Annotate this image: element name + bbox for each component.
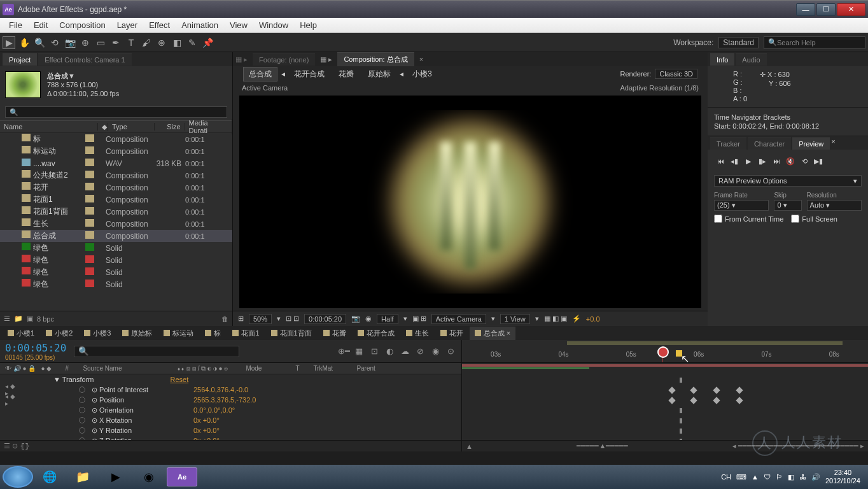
minimize-button[interactable]: — [796,3,815,16]
pen-tool[interactable]: ✒ [109,36,122,49]
menu-edit[interactable]: Edit [29,19,53,31]
prev-frame-button[interactable]: ◂▮ [729,156,739,166]
ram-preview-button[interactable]: ▶▮ [813,156,823,166]
tray-app-icon[interactable]: ◧ [788,473,794,481]
character-tab[interactable]: Character [748,138,791,150]
camera-dropdown[interactable]: Active Camera [431,314,486,324]
timeline-tab[interactable]: 原始标 [117,327,157,340]
taskbar-clock[interactable]: 23:402012/10/24 [825,469,860,485]
taskbar-explorer-icon[interactable]: 📁 [67,467,98,486]
tray-keyboard-icon[interactable]: ⌨ [736,473,746,481]
tray-flag-icon[interactable]: 🏳 [776,473,783,481]
motion-blur-icon[interactable]: ◐ [384,346,395,357]
transform-property-row[interactable]: ⊙ X Rotation 0x +0.0° [0,415,461,425]
preview-canvas[interactable] [239,96,701,308]
tray-network-icon[interactable]: 🖧 [799,473,806,481]
timeline-tab[interactable]: 小楼2 [41,327,78,340]
project-row[interactable]: 公共频道2 Composition 0:00:1 [0,169,232,181]
timeline-tab[interactable]: 标 [200,327,226,340]
menu-view[interactable]: View [225,19,253,31]
timeline-search-input[interactable] [74,346,239,357]
graph-icon[interactable]: ⊘ [414,346,426,357]
full-screen-checkbox[interactable]: Full Screen [791,215,837,223]
timeline-tab[interactable]: 小楼1 [3,327,39,340]
project-row[interactable]: 标运动 Composition 0:00:1 [0,145,232,157]
first-frame-button[interactable]: ⏮ [715,156,725,166]
breadcrumb-item[interactable]: 总合成 [243,67,277,82]
info-tab[interactable]: Info [710,53,734,66]
project-row[interactable]: 花面1背面 Composition 0:00:1 [0,206,232,218]
taskbar-ie-icon[interactable]: 🌐 [34,467,65,486]
ime-indicator[interactable]: CH [721,473,731,481]
play-button[interactable]: ▶ [743,156,753,166]
menu-animation[interactable]: Animation [176,19,223,31]
shy-icon[interactable]: ⊙ [445,346,456,357]
mask-tool[interactable]: ▭ [94,36,107,49]
last-frame-button[interactable]: ⏭ [771,156,781,166]
time-display[interactable]: 0:00:05:20 [304,314,346,324]
keyframe-tracks[interactable] [462,364,868,441]
taskbar-app-icon[interactable]: ◉ [134,467,164,486]
zoom-tool[interactable]: 🔍 [33,36,46,49]
selection-tool[interactable]: ▶ [3,36,15,49]
framerate-dropdown[interactable]: (25) ▾ [714,200,769,211]
camera-tool[interactable]: 📷 [64,36,76,49]
draft3d-icon[interactable]: ▦ [353,346,365,357]
transform-property-row[interactable]: ⊙ Orientation 0.0°,0.0°,0.0° [0,405,461,415]
menu-help[interactable]: Help [295,19,322,31]
project-search-input[interactable] [5,106,227,118]
rotate-tool[interactable]: ⟲ [48,36,61,49]
transform-property-row[interactable]: ◂ ◆ ▸ ⊙ Position 2565.3,376.5,-732.0 [0,395,461,405]
zoom-slider[interactable]: ━━━━━▲━━━━━ [577,442,628,450]
transform-property-row[interactable]: ◂ ◆ ▸ ⊙ Point of Interest 2564.0,376.4,-… [0,385,461,395]
new-comp-icon[interactable]: ▣ [27,315,33,323]
next-frame-button[interactable]: ▮▸ [757,156,767,166]
audio-tab[interactable]: Audio [736,53,766,66]
folder-icon[interactable]: 📁 [14,315,23,323]
breadcrumb-item[interactable]: 花瓣 [333,67,359,81]
clone-tool[interactable]: ⊛ [155,36,168,49]
project-row[interactable]: 绿色 Solid [0,266,232,278]
timeline-tab[interactable]: 生长 [401,327,434,340]
res-toggle-icon[interactable]: ⊡ ⊡ [286,315,299,323]
preview-tab[interactable]: Preview [792,138,830,150]
roto-tool[interactable]: ✎ [186,36,199,49]
taskbar-ae-icon[interactable]: Ae [167,467,197,486]
project-row[interactable]: 生长 Composition 0:00:1 [0,218,232,230]
transform-property-row[interactable]: ⊙ Z Rotation 0x +0.0° [0,436,461,440]
channel-icon[interactable]: ◉ [365,315,372,323]
interpret-icon[interactable]: ☰ [4,315,10,323]
auto-kf-icon[interactable]: ◉ [430,346,441,357]
project-row[interactable]: 绿色 Solid [0,242,232,254]
timeline-tab[interactable]: 花面1 [227,327,264,340]
timeline-tab[interactable]: 花开合成 [353,327,400,340]
zoom-dropdown[interactable]: 50% [249,314,272,324]
timeline-tab[interactable]: 花瓣 [318,327,351,340]
project-list[interactable]: 标 Composition 0:00:1标运动 Composition 0:00… [0,133,232,311]
brush-tool[interactable]: 🖌 [140,36,153,49]
effect-controls-tab[interactable]: Effect Controls: Camera 1 [38,53,131,66]
loop-button[interactable]: ⟲ [799,156,809,166]
grid-icon[interactable]: ⊞ [238,315,244,323]
breadcrumb-item[interactable]: 花开合成 [289,67,330,81]
bpc-button[interactable]: 8 bpc [37,315,54,323]
frame-blend-icon[interactable]: ⊡ [368,346,380,357]
menu-window[interactable]: Window [254,19,293,31]
region-icon[interactable]: ▣ ⊞ [412,315,426,323]
snapshot-icon[interactable]: 📷 [351,315,360,323]
project-row[interactable]: 总合成 Composition 0:00:1 [0,230,232,242]
breadcrumb-item[interactable]: 原始标 [363,67,396,81]
project-row[interactable]: 花开 Composition 0:00:1 [0,181,232,194]
breadcrumb-item[interactable]: 小楼3 [407,67,437,81]
exposure-value[interactable]: +0.0 [586,315,600,323]
brainstorm-icon[interactable]: ☁ [399,346,410,357]
project-row[interactable]: 绿色 Solid [0,278,232,290]
menu-file[interactable]: File [4,19,27,31]
menu-effect[interactable]: Effect [144,19,175,31]
project-row[interactable]: 花面1 Composition 0:00:1 [0,194,232,206]
timeline-tab[interactable]: 总合成 × [470,327,515,340]
project-row[interactable]: 绿色 Solid [0,254,232,266]
composition-tab[interactable]: Composition: 总合成 [337,52,414,66]
playhead[interactable] [662,346,662,362]
footage-tab[interactable]: Footage: (none) [253,53,315,66]
